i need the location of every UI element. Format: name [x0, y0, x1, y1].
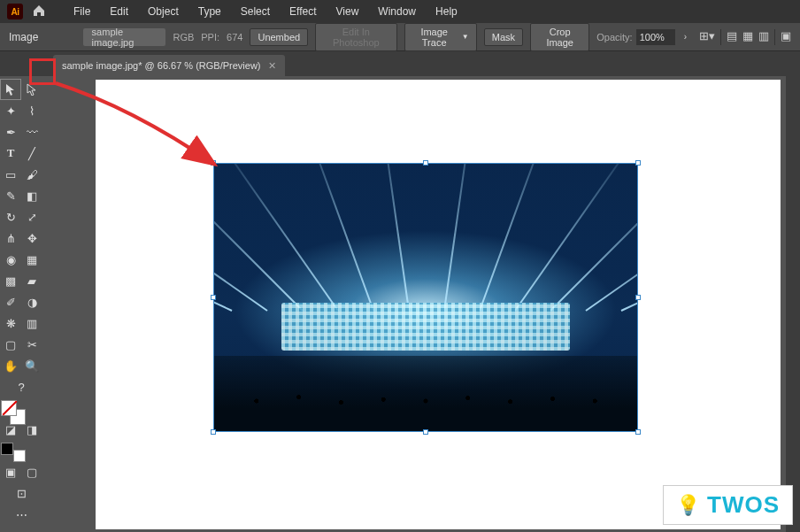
- menu-select[interactable]: Select: [231, 5, 280, 18]
- symbol-sprayer-tool[interactable]: ❋: [1, 313, 20, 333]
- main-menu: File Edit Object Type Select Effect View…: [64, 5, 467, 18]
- crowd-silhouette: [214, 356, 637, 431]
- image-trace-label: Image Trace: [412, 27, 457, 48]
- menu-type[interactable]: Type: [188, 5, 231, 18]
- image-trace-button[interactable]: Image Trace▼: [404, 23, 477, 51]
- image-content-concert: [214, 164, 637, 431]
- magic-wand-tool[interactable]: ✦: [1, 101, 20, 120]
- hand-tool[interactable]: ✋: [1, 356, 20, 375]
- led-screen: [281, 303, 569, 351]
- draw-normal-icon[interactable]: ▣: [1, 462, 20, 482]
- resize-handle-bottom-right[interactable]: [635, 429, 641, 435]
- screen-mode-icon[interactable]: ⊡: [12, 483, 31, 503]
- lightbulb-icon: 💡: [676, 494, 700, 517]
- light-beam: [443, 163, 474, 311]
- width-tool[interactable]: ⋔: [1, 228, 20, 248]
- top-menu-bar: Ai File Edit Object Type Select Effect V…: [0, 0, 800, 23]
- toggle-help[interactable]: ?: [12, 377, 31, 397]
- selection-type-label: Image: [9, 31, 38, 43]
- lasso-tool[interactable]: ⌇: [22, 101, 42, 120]
- shaper-tool[interactable]: ✎: [1, 186, 20, 205]
- shape-builder-tool[interactable]: ◉: [1, 250, 20, 269]
- gradient-tool[interactable]: ▰: [22, 271, 42, 290]
- ppi-value: 674: [227, 32, 242, 42]
- rotate-tool[interactable]: ↻: [1, 207, 20, 227]
- slice-tool[interactable]: ✂: [22, 335, 42, 354]
- menu-edit[interactable]: Edit: [100, 5, 138, 18]
- light-beam: [379, 163, 410, 311]
- home-icon[interactable]: [32, 4, 46, 20]
- chevron-down-icon[interactable]: ▼: [462, 33, 469, 41]
- fill-color-none-icon[interactable]: [1, 400, 17, 416]
- resize-handle-bottom-left[interactable]: [211, 429, 216, 435]
- control-strip: Image sample image.jpg RGB PPI: 674 Unem…: [0, 23, 800, 51]
- watermark-text: TWOS: [707, 491, 780, 519]
- crop-image-button[interactable]: Crop Image: [530, 23, 589, 51]
- type-tool[interactable]: T: [1, 143, 20, 163]
- draw-behind-icon[interactable]: ▢: [22, 462, 42, 482]
- free-transform-tool[interactable]: ✥: [22, 228, 42, 248]
- close-tab-icon[interactable]: ✕: [268, 60, 276, 72]
- menu-help[interactable]: Help: [426, 5, 467, 18]
- default-colors-swatch[interactable]: [1, 443, 26, 462]
- unembed-button[interactable]: Unembed: [250, 28, 308, 46]
- resize-handle-middle-left[interactable]: [211, 295, 216, 300]
- light-beam: [213, 220, 232, 312]
- artboard-tool[interactable]: ▢: [1, 335, 20, 354]
- align-center-icon[interactable]: ▦: [742, 29, 753, 45]
- align-left-icon[interactable]: ▤: [727, 29, 737, 45]
- right-panel-collapsed[interactable]: [786, 76, 800, 532]
- resize-handle-bottom-middle[interactable]: [423, 429, 428, 435]
- placed-image-selection[interactable]: [213, 163, 638, 432]
- fill-stroke-swatch[interactable]: [1, 400, 26, 425]
- annotation-highlight-box: [29, 58, 56, 85]
- rectangle-tool[interactable]: ▭: [1, 165, 20, 184]
- resize-handle-middle-right[interactable]: [635, 295, 641, 300]
- line-segment-tool[interactable]: ╱: [22, 143, 42, 163]
- isolate-icon[interactable]: ▣: [781, 29, 791, 45]
- menu-object[interactable]: Object: [138, 5, 188, 18]
- menu-view[interactable]: View: [327, 5, 369, 18]
- mask-button[interactable]: Mask: [484, 28, 523, 46]
- blend-tool[interactable]: ◑: [22, 292, 42, 312]
- light-beam: [300, 163, 374, 311]
- light-beam: [479, 163, 553, 311]
- tools-panel: ✦ ⌇ ✒ 〰 T ╱ ▭ 🖌 ✎ ◧ ↻ ⤢ ⋔ ✥ ◉ ▦ ▩ ▰ ✐ ◑ …: [0, 76, 42, 532]
- transform-panel-icon[interactable]: ⊞▾: [699, 29, 715, 45]
- paintbrush-tool[interactable]: 🖌: [22, 165, 42, 184]
- selection-tool[interactable]: [1, 80, 20, 99]
- ppi-label: PPI:: [201, 32, 219, 42]
- watermark-badge: 💡 TWOS: [663, 485, 793, 525]
- eyedropper-tool[interactable]: ✐: [1, 292, 20, 312]
- default-stroke-icon: [13, 450, 26, 462]
- mesh-tool[interactable]: ▩: [1, 271, 20, 290]
- curvature-tool[interactable]: 〰: [22, 122, 42, 142]
- menu-window[interactable]: Window: [368, 5, 426, 18]
- linked-file-name[interactable]: sample image.jpg: [83, 28, 166, 46]
- divider: [720, 29, 721, 45]
- divider: [774, 29, 775, 45]
- default-fill-icon: [1, 443, 13, 455]
- opacity-input[interactable]: [636, 29, 675, 45]
- align-transform-icons: ⊞▾ ▤ ▦ ▥ ▣: [699, 29, 791, 45]
- eraser-tool[interactable]: ◧: [22, 186, 42, 205]
- edit-in-photoshop-button: Edit In Photoshop: [315, 23, 396, 51]
- resize-handle-top-right[interactable]: [635, 160, 641, 166]
- zoom-tool[interactable]: 🔍: [22, 356, 42, 375]
- edit-toolbar-icon[interactable]: ⋯: [12, 505, 31, 524]
- menu-effect[interactable]: Effect: [280, 5, 326, 18]
- scale-tool[interactable]: ⤢: [22, 207, 42, 227]
- light-beam: [550, 163, 638, 312]
- image-bounding-box: [213, 163, 638, 432]
- opacity-label: Opacity:: [596, 32, 632, 42]
- column-graph-tool[interactable]: ▥: [22, 313, 42, 333]
- annotation-arrow-icon: [51, 67, 246, 191]
- menu-file[interactable]: File: [64, 5, 100, 18]
- opacity-control: Opacity: ›: [596, 29, 692, 45]
- illustrator-app-icon: Ai: [7, 4, 23, 19]
- perspective-grid-tool[interactable]: ▦: [22, 250, 42, 269]
- resize-handle-top-middle[interactable]: [423, 160, 428, 166]
- pen-tool[interactable]: ✒: [1, 122, 20, 142]
- align-right-icon[interactable]: ▥: [758, 29, 769, 45]
- opacity-stepper-icon[interactable]: ›: [679, 32, 692, 42]
